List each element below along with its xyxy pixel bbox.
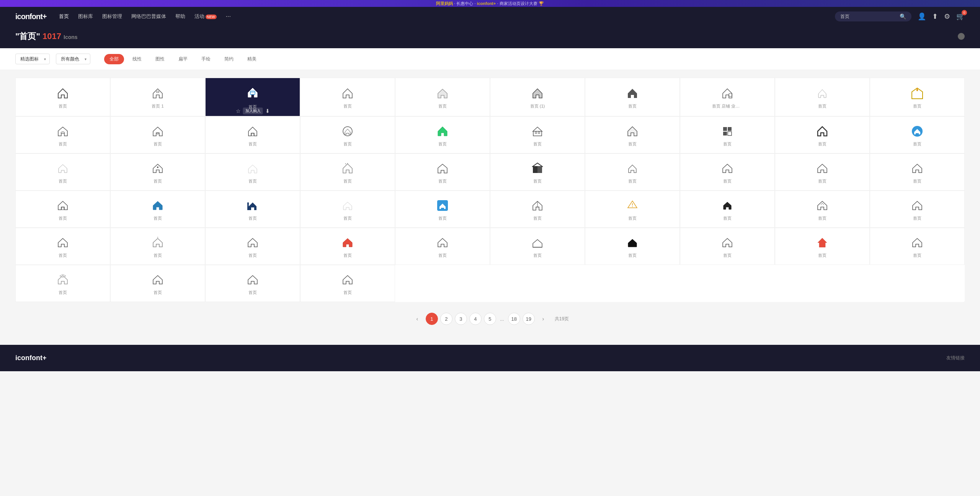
icon-cell-20[interactable]: 首页: [870, 116, 965, 153]
icon-cell-37[interactable]: 首页: [585, 191, 680, 228]
icon-cell-1[interactable]: 首页: [15, 78, 110, 116]
nav-icon-library[interactable]: 图标库: [78, 13, 93, 20]
page-btn-18[interactable]: 18: [508, 313, 520, 325]
icon-cell-10[interactable]: 首页: [870, 78, 965, 116]
icon-cell-17[interactable]: 首页: [585, 116, 680, 153]
icon-cell-43[interactable]: 首页: [205, 228, 300, 265]
icon-cell-19[interactable]: 首页: [775, 116, 870, 153]
icon-cell-42[interactable]: 首页: [110, 228, 205, 265]
filter-tag-flat[interactable]: 扁平: [173, 54, 193, 64]
icon-label-29: 首页: [818, 178, 826, 184]
icon-cell-28[interactable]: 首页: [680, 153, 775, 191]
icon-cell-3[interactable]: ☆ 加入购入 ⬇ 首页: [205, 78, 300, 116]
filter-tag-all[interactable]: 全部: [104, 54, 124, 64]
icon-cell-49[interactable]: 首页: [775, 228, 870, 265]
prev-page-btn[interactable]: ‹: [411, 313, 423, 325]
icon-cell-36[interactable]: 首页: [490, 191, 585, 228]
filter-select-wrap-2[interactable]: 所有颜色: [56, 54, 90, 64]
filter-tag-minimal[interactable]: 简约: [219, 54, 239, 64]
search-icon[interactable]: 🔍: [900, 13, 906, 20]
icon-cell-48[interactable]: 首页: [680, 228, 775, 265]
icon-cell-18[interactable]: 首页: [680, 116, 775, 153]
icon-cell-25[interactable]: 首页: [395, 153, 490, 191]
next-page-btn[interactable]: ›: [537, 313, 549, 325]
icon-cell-8[interactable]: 首页 店铺 业市...: [680, 78, 775, 116]
nav-home[interactable]: 首页: [59, 13, 69, 20]
icon-cell-40[interactable]: 首页: [870, 191, 965, 228]
icon-cell-9[interactable]: 首页: [775, 78, 870, 116]
footer-links[interactable]: 友情链接: [946, 355, 965, 361]
icon-cell-24[interactable]: 首页: [300, 153, 395, 191]
search-input[interactable]: [840, 14, 900, 19]
filter-select-color[interactable]: 所有颜色: [56, 54, 90, 64]
icon-cell-21[interactable]: 首页: [15, 153, 110, 191]
filter-select-wrap-1[interactable]: 精选图标: [15, 54, 50, 64]
star-btn[interactable]: ☆: [236, 108, 241, 114]
settings-icon[interactable]: ⚙: [944, 12, 950, 21]
icon-cell-7[interactable]: 首页: [585, 78, 680, 116]
nav-icon-manage[interactable]: 图标管理: [102, 13, 122, 20]
icon-cell-2[interactable]: 首页 1: [110, 78, 205, 116]
icon-cell-50[interactable]: 首页: [870, 228, 965, 265]
nav-alibaba-media[interactable]: 网络巴巴普媒体: [131, 13, 166, 20]
house-icon-34: [341, 199, 354, 212]
icon-cell-12[interactable]: 首页: [110, 116, 205, 153]
page-btn-5[interactable]: 5: [484, 313, 496, 325]
icon-cell-38[interactable]: 首页: [680, 191, 775, 228]
house-icon-28: [720, 162, 734, 175]
icon-cell-52[interactable]: 首页: [110, 265, 205, 302]
icon-cell-5[interactable]: 首页: [395, 78, 490, 116]
page-btn-4[interactable]: 4: [469, 313, 482, 325]
icon-cell-23[interactable]: 首页: [205, 153, 300, 191]
icon-cell-16[interactable]: 首页: [490, 116, 585, 153]
icon-cell-31[interactable]: 首页: [15, 191, 110, 228]
icon-cell-45[interactable]: 首页: [395, 228, 490, 265]
icon-cell-34[interactable]: 首页: [300, 191, 395, 228]
filter-tag-beautiful[interactable]: 精美: [242, 54, 262, 64]
icon-cell-14[interactable]: 首页: [300, 116, 395, 153]
house-icon-13: [246, 124, 260, 138]
icon-cell-39[interactable]: 首页: [775, 191, 870, 228]
icon-cell-41[interactable]: 首页: [15, 228, 110, 265]
icon-cell-54[interactable]: 首页: [300, 265, 395, 302]
house-icon-49: [815, 236, 829, 250]
page-btn-19[interactable]: 19: [523, 313, 535, 325]
page-btn-2[interactable]: 2: [440, 313, 452, 325]
icon-cell-53[interactable]: 首页: [205, 265, 300, 302]
icon-cell-22[interactable]: 首页: [110, 153, 205, 191]
icon-cell-32[interactable]: 首页: [110, 191, 205, 228]
cart-wrap[interactable]: 🛒 0: [956, 12, 965, 21]
icon-cell-44[interactable]: 首页: [300, 228, 395, 265]
logo[interactable]: iconfont+: [15, 12, 47, 21]
icon-cell-46[interactable]: 首页: [490, 228, 585, 265]
house-cart-icon: [246, 86, 260, 100]
icon-cell-35[interactable]: 首页: [395, 191, 490, 228]
svg-marker-2: [916, 88, 918, 91]
filter-select-category[interactable]: 精选图标: [15, 54, 50, 64]
page-btn-1[interactable]: 1: [426, 313, 438, 325]
download-btn[interactable]: ⬇: [265, 108, 270, 114]
filter-tag-linear[interactable]: 线性: [127, 54, 147, 64]
icon-cell-51[interactable]: 首页: [15, 265, 110, 302]
icon-cell-15[interactable]: 首页: [395, 116, 490, 153]
house-icon-19: [815, 124, 829, 138]
icon-cell-11[interactable]: 首页: [15, 116, 110, 153]
icon-cell-27[interactable]: 首页: [585, 153, 680, 191]
user-icon[interactable]: 👤: [918, 12, 926, 21]
page-btn-3[interactable]: 3: [455, 313, 467, 325]
icon-cell-47[interactable]: 首页: [585, 228, 680, 265]
icon-cell-6[interactable]: 首页 (1): [490, 78, 585, 116]
icon-cell-4[interactable]: 首页: [300, 78, 395, 116]
search-box[interactable]: 🔍: [835, 11, 911, 21]
upload-icon[interactable]: ⬆: [932, 12, 938, 21]
icon-cell-29[interactable]: 首页: [775, 153, 870, 191]
nav-help[interactable]: 帮助: [175, 13, 185, 20]
icon-cell-33[interactable]: 首页: [205, 191, 300, 228]
nav-more[interactable]: ···: [226, 13, 231, 20]
icon-cell-26[interactable]: 首页: [490, 153, 585, 191]
nav-activity[interactable]: 活动NEW: [194, 13, 217, 20]
filter-tag-graphic[interactable]: 图性: [150, 54, 170, 64]
filter-tag-handdrawn[interactable]: 手绘: [196, 54, 216, 64]
icon-cell-13[interactable]: 首页: [205, 116, 300, 153]
icon-cell-30[interactable]: 首页: [870, 153, 965, 191]
